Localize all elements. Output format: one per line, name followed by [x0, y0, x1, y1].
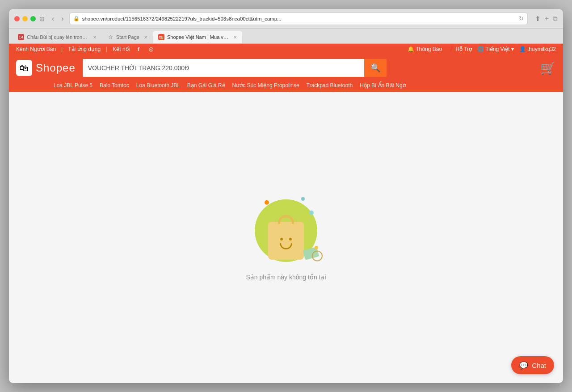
bag-eye-right: [289, 238, 292, 240]
bag-eye-left: [280, 238, 283, 240]
top-navigation: Kênh Người Bán | Tải ứng dụng | Kết nối …: [9, 44, 563, 55]
tab-close-start[interactable]: ✕: [144, 35, 147, 40]
tab-news[interactable]: 14 Châu Bùi bị quay lén trong phòng thay…: [13, 31, 102, 43]
tab-favicon-shopee: 🛍: [158, 34, 164, 40]
bag-smile: [280, 243, 292, 249]
tab-favicon-start: ☆: [107, 34, 114, 40]
tab-close-shopee[interactable]: ✕: [233, 35, 237, 40]
empty-message: Sản phẩm này không tồn tại: [246, 274, 326, 281]
tab-start[interactable]: ☆ Start Page ✕: [102, 31, 153, 43]
help-link[interactable]: ❓ Hỗ Trợ: [447, 46, 472, 52]
dot-teal2: [309, 211, 314, 215]
seller-channel-link[interactable]: Kênh Người Bán: [16, 46, 56, 52]
browser-window: ⊞ ‹ › 🔒 shopee.vn/product/1156516372/249…: [9, 9, 563, 383]
chat-button[interactable]: 💬 Chat: [511, 356, 554, 374]
main-header: 🛍 Shopee 🔍 🛒: [9, 55, 563, 82]
logo-icon: 🛍: [16, 60, 32, 76]
logo[interactable]: 🛍 Shopee: [16, 60, 76, 76]
top-nav-right: 🔔 Thông Báo ❓ Hỗ Trợ 🌐 Tiếng Việt ▾ 👤 th…: [408, 46, 556, 52]
top-nav-left: Kênh Người Bán | Tải ứng dụng | Kết nối …: [16, 46, 155, 53]
suggestion-3[interactable]: Bạn Gái Giá Rẻ: [187, 82, 225, 89]
tab-label-shopee: Shopee Việt Nam | Mua và Bán Trên Ứng Dụ…: [167, 34, 229, 40]
download-app-link[interactable]: Tải ứng dụng: [68, 46, 101, 52]
minimize-button[interactable]: [22, 16, 28, 21]
tab-bar: 14 Châu Bùi bị quay lén trong phòng thay…: [9, 29, 563, 44]
search-input[interactable]: [83, 59, 364, 77]
title-bar-actions: ⬆ ＋ ⧉: [535, 14, 558, 23]
main-content: Sản phẩm này không tồn tại 💬 Chat: [9, 92, 563, 383]
chat-icon: 💬: [519, 361, 528, 370]
tab-label-start: Start Page: [116, 34, 139, 40]
notification-link[interactable]: 🔔 Thông Báo: [408, 46, 442, 52]
separator-1: |: [61, 46, 63, 52]
maximize-button[interactable]: [30, 16, 36, 21]
search-button[interactable]: 🔍: [364, 59, 387, 77]
dot-yellow: [315, 246, 318, 249]
facebook-icon[interactable]: 𝐟: [135, 46, 142, 53]
title-bar: ⊞ ‹ › 🔒 shopee.vn/product/1156516372/249…: [9, 9, 563, 29]
tab-label-news: Châu Bùi bị quay lén trong phòng thay đồ…: [27, 34, 88, 40]
traffic-lights: [14, 16, 36, 21]
dot-teal: [301, 197, 305, 201]
instagram-icon[interactable]: ◎: [147, 46, 155, 53]
sidebar-toggle-button[interactable]: ⊞: [39, 15, 45, 22]
suggestion-6[interactable]: Hộp Bí Ẩn Bất Ngờ: [360, 82, 405, 89]
empty-state: Sản phẩm này không tồn tại: [246, 195, 326, 281]
cart-button[interactable]: 🛒: [540, 61, 556, 76]
bag-face: [280, 238, 292, 249]
chat-label: Chat: [532, 362, 546, 369]
bag-body: [268, 222, 304, 260]
share-button[interactable]: ⬆: [535, 15, 541, 23]
language-selector[interactable]: 🌐 Tiếng Việt ▾: [477, 46, 514, 52]
tab-shopee[interactable]: 🛍 Shopee Việt Nam | Mua và Bán Trên Ứng …: [153, 31, 242, 43]
bag-eyes: [280, 238, 292, 240]
suggestion-2[interactable]: Loa Bluetooth JBL: [136, 82, 180, 89]
connect-label: Kết nối: [113, 46, 130, 52]
shopee-page: Kênh Người Bán | Tải ứng dụng | Kết nối …: [9, 44, 563, 383]
user-account[interactable]: 👤 thuymilkq32: [519, 46, 556, 52]
tab-favicon-news: 14: [18, 34, 24, 40]
lock-icon: 🔒: [73, 16, 80, 21]
suggestion-4[interactable]: Nước Súc Miệng Propolinse: [232, 82, 299, 89]
suggestion-5[interactable]: Trackpad Bluetooth: [307, 82, 353, 89]
logo-text: Shopee: [36, 62, 76, 74]
close-button[interactable]: [14, 16, 20, 21]
search-bar: 🔍: [83, 59, 387, 77]
empty-state-illustration: [250, 195, 322, 266]
reload-button[interactable]: ↻: [519, 15, 524, 22]
suggestion-1[interactable]: Balo Tomtoc: [100, 82, 129, 89]
address-bar[interactable]: 🔒 shopee.vn/product/1156516372/249825222…: [69, 13, 528, 25]
search-suggestions: Loa JBL Pulse 5 Balo Tomtoc Loa Bluetoot…: [9, 82, 563, 92]
new-tab-button[interactable]: ＋: [543, 14, 550, 23]
dot-orange: [265, 200, 269, 205]
tab-overview-button[interactable]: ⧉: [553, 15, 558, 23]
separator-2: |: [106, 46, 107, 52]
suggestion-0[interactable]: Loa JBL Pulse 5: [54, 82, 93, 89]
forward-button[interactable]: ›: [59, 14, 65, 24]
back-button[interactable]: ‹: [50, 14, 56, 24]
tab-close-news[interactable]: ✕: [93, 35, 97, 40]
url-text: shopee.vn/product/1156516372/24982522219…: [82, 16, 516, 21]
